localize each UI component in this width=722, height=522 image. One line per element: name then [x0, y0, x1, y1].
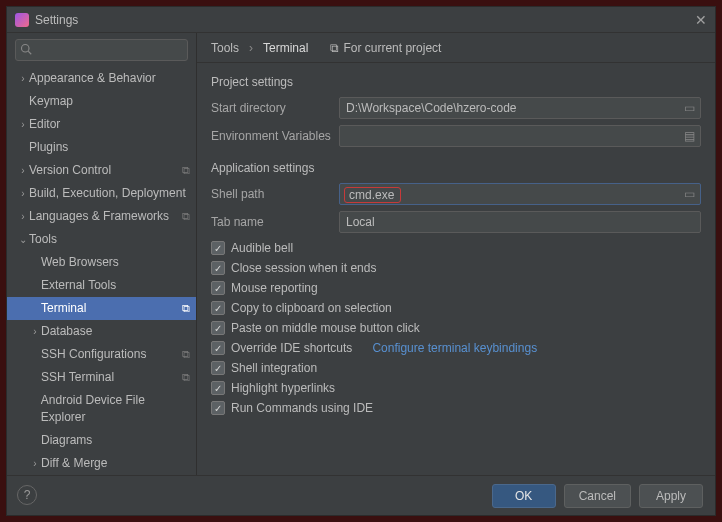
sidebar-item-ssh-terminal[interactable]: SSH Terminal⧉: [7, 366, 196, 389]
project-scope-icon: ⧉: [182, 162, 190, 179]
sidebar-item-label: Plugins: [29, 139, 68, 156]
sidebar-item-web-browsers[interactable]: Web Browsers: [7, 251, 196, 274]
sidebar-item-database[interactable]: ›Database: [7, 320, 196, 343]
checkbox-label: Shell integration: [231, 361, 317, 375]
tab-name-field[interactable]: [339, 211, 701, 233]
checkbox[interactable]: ✓: [211, 301, 225, 315]
start-directory-input[interactable]: [346, 101, 678, 115]
apply-button[interactable]: Apply: [639, 484, 703, 508]
start-directory-label: Start directory: [211, 101, 339, 115]
checkbox[interactable]: ✓: [211, 341, 225, 355]
sidebar-item-label: Languages & Frameworks: [29, 208, 169, 225]
env-vars-label: Environment Variables: [211, 129, 339, 143]
window-title: Settings: [35, 13, 78, 27]
sidebar-item-label: SSH Configurations: [41, 346, 146, 363]
env-vars-row: Environment Variables ▤: [211, 125, 701, 147]
checkbox-label: Copy to clipboard on selection: [231, 301, 392, 315]
project-scope-icon: ⧉: [182, 346, 190, 363]
project-scope-icon: ⧉: [330, 41, 339, 55]
sidebar-item-label: Diff & Merge: [41, 455, 107, 472]
sidebar: ›Appearance & BehaviorKeymap›EditorPlugi…: [7, 33, 197, 475]
checkbox-label: Run Commands using IDE: [231, 401, 373, 415]
sidebar-item-label: Database: [41, 323, 92, 340]
svg-line-1: [28, 51, 31, 54]
sidebar-item-diff-merge[interactable]: ›Diff & Merge: [7, 452, 196, 475]
help-button[interactable]: ?: [17, 485, 37, 505]
checkbox-row-override-ide-shortcuts: ✓Override IDE shortcutsConfigure termina…: [211, 341, 701, 355]
search-container: [15, 39, 188, 61]
chevron-icon: ›: [29, 455, 41, 472]
start-directory-row: Start directory ▭: [211, 97, 701, 119]
sidebar-list: ›Appearance & BehaviorKeymap›EditorPlugi…: [7, 65, 196, 475]
project-scope-icon: ⧉: [182, 300, 190, 317]
env-vars-field[interactable]: ▤: [339, 125, 701, 147]
checkbox[interactable]: ✓: [211, 241, 225, 255]
title-bar: Settings ✕: [7, 7, 715, 33]
folder-icon[interactable]: ▭: [684, 101, 695, 115]
sidebar-item-keymap[interactable]: Keymap: [7, 90, 196, 113]
shell-path-row: Shell path cmd.exe ▭: [211, 183, 701, 205]
sidebar-item-editor[interactable]: ›Editor: [7, 113, 196, 136]
app-logo-icon: [15, 13, 29, 27]
project-scope-icon: ⧉: [182, 208, 190, 225]
close-icon[interactable]: ✕: [695, 12, 707, 28]
checkbox-label: Highlight hyperlinks: [231, 381, 335, 395]
configure-keybindings-link[interactable]: Configure terminal keybindings: [372, 341, 537, 355]
checkbox-label: Mouse reporting: [231, 281, 318, 295]
chevron-icon: ›: [29, 323, 41, 340]
sidebar-item-label: Build, Execution, Deployment: [29, 185, 186, 202]
sidebar-item-appearance-behavior[interactable]: ›Appearance & Behavior: [7, 67, 196, 90]
checkbox[interactable]: ✓: [211, 401, 225, 415]
sidebar-item-ssh-configurations[interactable]: SSH Configurations⧉: [7, 343, 196, 366]
shell-path-value[interactable]: cmd.exe: [349, 188, 394, 202]
cancel-button[interactable]: Cancel: [564, 484, 631, 508]
checkbox[interactable]: ✓: [211, 261, 225, 275]
sidebar-item-languages-frameworks[interactable]: ›Languages & Frameworks⧉: [7, 205, 196, 228]
settings-pane: Project settings Start directory ▭ Envir…: [197, 63, 715, 475]
checkbox-row-copy-to-clipboard-on-selection: ✓Copy to clipboard on selection: [211, 301, 701, 315]
sidebar-item-terminal[interactable]: Terminal⧉: [7, 297, 196, 320]
checkbox-label: Override IDE shortcuts: [231, 341, 352, 355]
tab-name-input[interactable]: [346, 215, 678, 229]
shell-path-highlight: cmd.exe: [344, 187, 401, 203]
start-directory-field[interactable]: ▭: [339, 97, 701, 119]
sidebar-item-label: Web Browsers: [41, 254, 119, 271]
env-vars-input[interactable]: [346, 129, 678, 143]
folder-icon[interactable]: ▭: [684, 187, 695, 201]
sidebar-item-label: Android Device File Explorer: [41, 392, 190, 426]
sidebar-item-diagrams[interactable]: Diagrams: [7, 429, 196, 452]
sidebar-item-plugins[interactable]: Plugins: [7, 136, 196, 159]
sidebar-item-tools[interactable]: ⌄Tools: [7, 228, 196, 251]
breadcrumb: Tools › Terminal ⧉ For current project: [197, 33, 715, 63]
checkbox-label: Audible bell: [231, 241, 293, 255]
checkbox-row-close-session-when-it-ends: ✓Close session when it ends: [211, 261, 701, 275]
sidebar-item-label: Appearance & Behavior: [29, 70, 156, 87]
sidebar-item-external-tools[interactable]: External Tools: [7, 274, 196, 297]
shell-path-label: Shell path: [211, 187, 339, 201]
tab-name-row: Tab name: [211, 211, 701, 233]
tab-name-label: Tab name: [211, 215, 339, 229]
search-icon: [20, 43, 32, 55]
chevron-icon: ›: [17, 208, 29, 225]
checkbox[interactable]: ✓: [211, 381, 225, 395]
crumb-tools[interactable]: Tools: [211, 41, 239, 55]
search-input[interactable]: [15, 39, 188, 61]
ok-button[interactable]: OK: [492, 484, 556, 508]
sidebar-item-build-execution-deployment[interactable]: ›Build, Execution, Deployment: [7, 182, 196, 205]
sidebar-item-label: Version Control: [29, 162, 111, 179]
shell-path-field[interactable]: cmd.exe ▭: [339, 183, 701, 205]
checkbox-label: Paste on middle mouse button click: [231, 321, 420, 335]
sidebar-item-android-device-file-explorer[interactable]: Android Device File Explorer: [7, 389, 196, 429]
checkbox-label: Close session when it ends: [231, 261, 376, 275]
chevron-icon: ›: [17, 70, 29, 87]
list-edit-icon[interactable]: ▤: [684, 129, 695, 143]
svg-point-0: [22, 45, 30, 53]
chevron-icon: ›: [17, 185, 29, 202]
dialog-footer: OK Cancel Apply: [7, 475, 715, 515]
for-current-project: ⧉ For current project: [330, 41, 441, 55]
sidebar-item-label: Terminal: [41, 300, 86, 317]
checkbox[interactable]: ✓: [211, 281, 225, 295]
checkbox[interactable]: ✓: [211, 361, 225, 375]
sidebar-item-version-control[interactable]: ›Version Control⧉: [7, 159, 196, 182]
checkbox[interactable]: ✓: [211, 321, 225, 335]
